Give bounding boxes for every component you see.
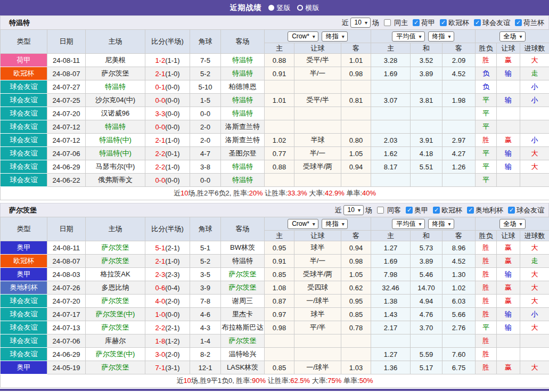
table-title-row: 特温特近10▾场同主✓荷甲✓欧冠杯✓球会友谊✓荷兰杯 <box>0 15 549 29</box>
competition-badge: 球会友谊 <box>1 134 47 147</box>
match-date: 24-08-11 <box>47 54 86 67</box>
average-odds-value: 32.46 <box>371 281 411 295</box>
result-flag <box>497 334 520 348</box>
league-checkbox[interactable]: ✓ <box>515 19 522 26</box>
away-team: 谢周三 <box>221 295 265 308</box>
odds-stage-select[interactable]: 终指▾ <box>322 219 348 229</box>
league-label: 欧冠杯 <box>448 18 469 28</box>
sub-column-header: 进球数 <box>520 43 549 54</box>
result-flag: 赢 <box>497 134 520 147</box>
match-row: 球会友谊24-07-06库赫尔1-8(1-2)1-4萨尔茨堡胜 <box>1 334 549 348</box>
bookmaker-select[interactable]: Crow*▾ <box>288 31 318 42</box>
average-odds-value: 6.03 <box>443 295 476 308</box>
filter-suffix-label: 场 <box>365 206 372 215</box>
odds-stage-select[interactable]: 终指▾ <box>322 31 348 42</box>
result-flag <box>520 120 549 134</box>
chevron-down-icon: ▾ <box>313 220 315 228</box>
scope-select[interactable]: 全场▾ <box>499 219 526 229</box>
average-odds-value: 4.18 <box>411 147 443 160</box>
result-flag: 大 <box>520 160 549 174</box>
league-checkbox[interactable]: ✓ <box>413 19 420 26</box>
odds-value: 0.88 <box>265 54 294 67</box>
average-odds-value <box>371 120 411 134</box>
away-team: 温特哈兴 <box>221 348 265 361</box>
chevron-down-icon: ▾ <box>313 32 315 40</box>
average-odds-value <box>371 80 411 94</box>
result-flag: 输 <box>497 268 520 281</box>
result-flag: 小 <box>520 134 549 147</box>
result-flag: 输 <box>497 308 520 321</box>
odds-value <box>341 174 371 187</box>
average-select[interactable]: 平均值▾ <box>392 219 424 229</box>
average-select[interactable]: 平均值▾ <box>392 31 424 42</box>
average-odds-value: 2.17 <box>371 321 411 334</box>
select-value: Crow* <box>292 32 309 40</box>
match-row: 球会友谊24-07-06特温特(中)2-2(0-1)4-7圣图尔登0.77半/一… <box>1 147 549 160</box>
average-odds-value: 1.62 <box>371 147 411 160</box>
match-date: 24-07-25 <box>47 94 86 107</box>
average-odds-value <box>411 174 443 187</box>
average-odds-value: 1.36 <box>371 361 411 374</box>
match-date: 24-08-03 <box>47 268 86 281</box>
match-count-select[interactable]: 10▾ <box>343 205 364 215</box>
average-stage-select[interactable]: 终指▾ <box>428 219 454 229</box>
result-flag: 胜 <box>476 255 497 268</box>
team-record-section: 特温特近10▾场同主✓荷甲✓欧冠杯✓球会友谊✓荷兰杯类型日期主场比分(半场)角球… <box>0 15 549 200</box>
same-venue-checkbox[interactable] <box>377 207 384 214</box>
match-date: 24-06-22 <box>47 174 86 187</box>
away-team: LASK林茨 <box>221 361 265 374</box>
result-flag: 大 <box>520 268 549 281</box>
average-odds-value: 2.03 <box>371 134 411 147</box>
league-checkbox[interactable]: ✓ <box>406 207 413 214</box>
average-odds-value: 5.73 <box>411 241 443 255</box>
result-flag: 胜 <box>476 281 497 295</box>
corner-count: 3-9 <box>190 281 221 295</box>
odds-value: 0.98 <box>265 321 294 334</box>
home-team: 尼美根 <box>86 54 145 67</box>
result-flag: 胜 <box>476 348 497 361</box>
competition-badge: 欧冠杯 <box>1 255 47 268</box>
view-option-horizontal[interactable]: 横版 <box>297 3 319 13</box>
result-flag: 赢 <box>497 281 520 295</box>
odds-value: 0.85 <box>341 308 371 321</box>
result-flag: 走 <box>520 67 549 80</box>
league-checkbox[interactable]: ✓ <box>440 19 447 26</box>
competition-badge: 欧冠杯 <box>1 67 47 80</box>
competition-badge: 球会友谊 <box>1 308 47 321</box>
matches-table: 类型日期主场比分(半场)角球客场Crow*▾终指▾平均值▾终指▾全场▾主让球客主… <box>0 29 549 200</box>
away-team: 特温特 <box>221 54 265 67</box>
away-team: 布拉格斯巴达 <box>221 321 265 334</box>
match-count-select[interactable]: 10▾ <box>350 18 371 28</box>
competition-badge: 球会友谊 <box>1 94 47 107</box>
competition-badge: 奥地利杯 <box>1 281 47 295</box>
average-odds-value <box>371 174 411 187</box>
league-checkbox[interactable]: ✓ <box>467 207 474 214</box>
competition-badge: 球会友谊 <box>1 334 47 348</box>
match-row: 球会友谊24-07-17萨尔茨堡(中)1-0(0-0)4-6里杰卡0.97球半0… <box>1 308 549 321</box>
average-stage-select[interactable]: 终指▾ <box>428 31 454 42</box>
home-team: 汉诺威96 <box>86 107 145 120</box>
scope-select[interactable]: 全场▾ <box>499 31 526 42</box>
chevron-down-icon: ▾ <box>520 220 522 228</box>
sub-column-header: 胜负 <box>476 231 497 241</box>
sub-column-header: 胜负 <box>476 43 497 54</box>
match-date: 24-07-20 <box>47 107 86 120</box>
average-odds-value: 4.94 <box>411 295 443 308</box>
corner-count: 8-2 <box>190 348 221 361</box>
competition-badge: 球会友谊 <box>1 80 47 94</box>
bookmaker-select[interactable]: Crow*▾ <box>288 219 318 229</box>
league-checkbox[interactable]: ✓ <box>433 207 440 214</box>
away-team: 里杰卡 <box>221 308 265 321</box>
chevron-down-icon: ▾ <box>358 206 360 214</box>
same-venue-checkbox[interactable] <box>384 19 391 26</box>
view-option-vertical[interactable]: 竖版 <box>268 3 291 13</box>
league-checkbox[interactable]: ✓ <box>474 19 481 26</box>
league-checkbox[interactable]: ✓ <box>508 207 515 214</box>
competition-badge: 球会友谊 <box>1 295 47 308</box>
average-odds-value: 1.26 <box>443 160 476 174</box>
home-team: 多恩比纳 <box>86 281 145 295</box>
match-date: 24-06-29 <box>47 160 86 174</box>
home-team: 库赫尔 <box>86 334 145 348</box>
corner-count: 1-5 <box>190 94 221 107</box>
match-row: 球会友谊24-07-13萨尔茨堡2-2(2-1)4-3布拉格斯巴达0.98平/半… <box>1 321 549 334</box>
